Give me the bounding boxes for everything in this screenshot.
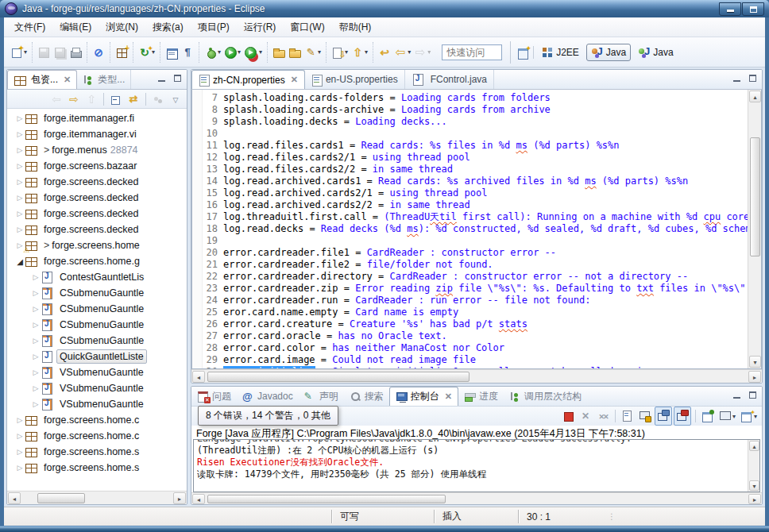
clear-console-button[interactable]: [620, 407, 636, 426]
last-edit-button[interactable]: [377, 43, 392, 62]
scroll-left-icon[interactable]: ◂: [192, 371, 205, 383]
console-view-button[interactable]: [164, 43, 180, 62]
dropdown-arrow-icon[interactable]: ▾: [365, 48, 368, 56]
expand-arrow-icon[interactable]: ▷: [31, 400, 41, 408]
display-console-button[interactable]: ▾: [717, 407, 737, 426]
expand-arrow-icon[interactable]: ▷: [15, 432, 25, 440]
back-button[interactable]: ▾: [392, 43, 412, 62]
minimize-view-button[interactable]: [156, 73, 168, 84]
tree-item[interactable]: ▷forge.screens.decked: [7, 190, 187, 206]
tree-item[interactable]: ▷VSubmenuGauntle: [7, 364, 187, 380]
new-java-project-button[interactable]: [114, 43, 129, 62]
scrollbar-thumb[interactable]: [207, 372, 470, 382]
print-button[interactable]: [68, 43, 83, 62]
code-area[interactable]: 7splash.loading.cards-folders = Loading …: [203, 90, 748, 368]
view-tab-declaration[interactable]: 声明: [299, 387, 344, 406]
dropdown-arrow-icon[interactable]: ▾: [238, 48, 241, 56]
expand-arrow-icon[interactable]: ▷: [31, 337, 41, 345]
expand-arrow-icon[interactable]: ▷: [31, 368, 41, 376]
prev-annotation-button[interactable]: ▾: [350, 43, 369, 62]
tree-item[interactable]: ◢forge.screens.home.g: [7, 253, 187, 269]
scrollbar-thumb[interactable]: [37, 493, 85, 503]
open-perspective-button[interactable]: [515, 43, 531, 62]
next-annotation-button[interactable]: ▾: [330, 43, 350, 62]
expand-arrow-icon[interactable]: ▷: [15, 210, 25, 218]
expand-arrow-icon[interactable]: ▷: [31, 305, 41, 313]
console-text-box[interactable]: Language java.util.PropertyResourceBundl…: [193, 439, 760, 492]
scroll-lock-button[interactable]: [637, 407, 653, 426]
expand-arrow-icon[interactable]: ◢: [15, 257, 25, 266]
perspective-java-button[interactable]: Java: [633, 44, 678, 61]
perspective-java-button[interactable]: Java: [586, 44, 631, 61]
editor-tab[interactable]: FControl.java: [405, 70, 494, 89]
run-button[interactable]: ▾: [222, 43, 242, 62]
menu-item[interactable]: 窗口(W): [283, 18, 331, 37]
dropdown-arrow-icon[interactable]: ▾: [408, 48, 411, 56]
dropdown-arrow-icon[interactable]: ▾: [732, 413, 736, 420]
editor-tab[interactable]: zh-CN.properties✕: [191, 70, 305, 89]
tree-item[interactable]: ▷CSubmenuGauntle: [7, 285, 187, 301]
tree-item[interactable]: ▷VSubmenuGauntle: [7, 380, 187, 396]
view-tab-console[interactable]: 控制台✕: [389, 387, 458, 406]
scrollbar-thumb[interactable]: [750, 137, 760, 256]
forward-button[interactable]: ▾: [412, 43, 432, 62]
tree-item[interactable]: ▷forge.screens.home.c: [7, 412, 187, 428]
tree-item[interactable]: ▷QuickGauntletListe: [7, 349, 187, 364]
pilcrow-button[interactable]: [180, 43, 195, 62]
expand-arrow-icon[interactable]: ▷: [15, 226, 25, 233]
tree-item[interactable]: ▷forge.screens.home.s: [7, 444, 187, 460]
scroll-left-icon[interactable]: ◂: [8, 492, 21, 504]
expand-arrow-icon[interactable]: ▷: [15, 464, 25, 472]
expand-arrow-icon[interactable]: ▷: [15, 130, 25, 138]
refresh-button[interactable]: ▾: [137, 43, 157, 62]
tree-item[interactable]: ▷VSubmenuGauntle: [7, 396, 187, 412]
run-external-button[interactable]: ▾: [242, 43, 264, 62]
show-stderr-button[interactable]: [674, 407, 691, 426]
scroll-right-icon[interactable]: ▸: [748, 494, 761, 504]
expand-arrow-icon[interactable]: ▷: [31, 384, 41, 392]
tab-type-hierarchy[interactable]: 类型...: [77, 70, 131, 89]
dropdown-arrow-icon[interactable]: ▾: [318, 48, 321, 56]
tab-package-explorer[interactable]: 包资... ✕: [7, 70, 77, 89]
scroll-left-icon[interactable]: ◂: [192, 494, 205, 504]
focus-button[interactable]: [150, 90, 166, 109]
scroll-up-icon[interactable]: ▴: [749, 441, 759, 451]
title-bar[interactable]: Java - forge-gui/res/languages/zh-CN.pro…: [0, 0, 769, 17]
debug-button[interactable]: ▾: [203, 43, 222, 62]
tree-item[interactable]: ▷forge.screens.decked: [7, 222, 187, 237]
dropdown-arrow-icon[interactable]: ▾: [427, 48, 431, 56]
brush-button[interactable]: ▾: [303, 43, 323, 62]
tree-item[interactable]: ▷forge.screens.home.c: [7, 428, 187, 444]
tree-item[interactable]: ▷forge.screens.decked: [7, 206, 187, 222]
menu-item[interactable]: 编辑(E): [52, 18, 99, 37]
view-menu-button[interactable]: [168, 90, 184, 109]
maximize-button[interactable]: [742, 2, 764, 16]
console-vertical-scrollbar[interactable]: ▴ ▾: [748, 440, 759, 492]
maximize-view-button[interactable]: [172, 73, 184, 84]
tree-item[interactable]: ▷forge.screens.bazaar: [7, 158, 187, 174]
nav-back-button[interactable]: [48, 90, 64, 109]
maximize-console-button[interactable]: [747, 390, 759, 401]
tree-item[interactable]: ▷forge.itemmanager.vi: [7, 126, 187, 142]
save-button[interactable]: [36, 43, 52, 62]
menu-item[interactable]: 帮助(H): [332, 18, 379, 37]
tree-item[interactable]: ▷ContestGauntletLis: [7, 269, 187, 285]
tree-horizontal-scrollbar[interactable]: ◂ ▸: [7, 491, 187, 504]
editor-vertical-scrollbar[interactable]: ▴ ▾: [748, 90, 761, 368]
expand-arrow-icon[interactable]: ▷: [15, 178, 25, 186]
open-folder-button[interactable]: [287, 43, 303, 62]
close-tab-icon[interactable]: ✕: [64, 75, 71, 85]
scroll-down-icon[interactable]: ▾: [749, 480, 759, 491]
menu-item[interactable]: 浏览(N): [99, 18, 145, 37]
menu-item[interactable]: 文件(F): [7, 18, 52, 37]
stop-button[interactable]: [560, 407, 576, 426]
editor-tab[interactable]: en-US.properties: [305, 70, 405, 89]
close-tab-icon[interactable]: ✕: [445, 391, 452, 402]
minimize-console-button[interactable]: [731, 390, 744, 401]
minimize-editor-button[interactable]: [731, 73, 744, 84]
show-stdout-button[interactable]: [655, 407, 672, 426]
open-console-button[interactable]: ▾: [739, 407, 759, 426]
view-tab-search[interactable]: 搜索: [344, 387, 389, 406]
link-editor-button[interactable]: [126, 90, 141, 109]
nav-up-button[interactable]: [83, 90, 99, 109]
